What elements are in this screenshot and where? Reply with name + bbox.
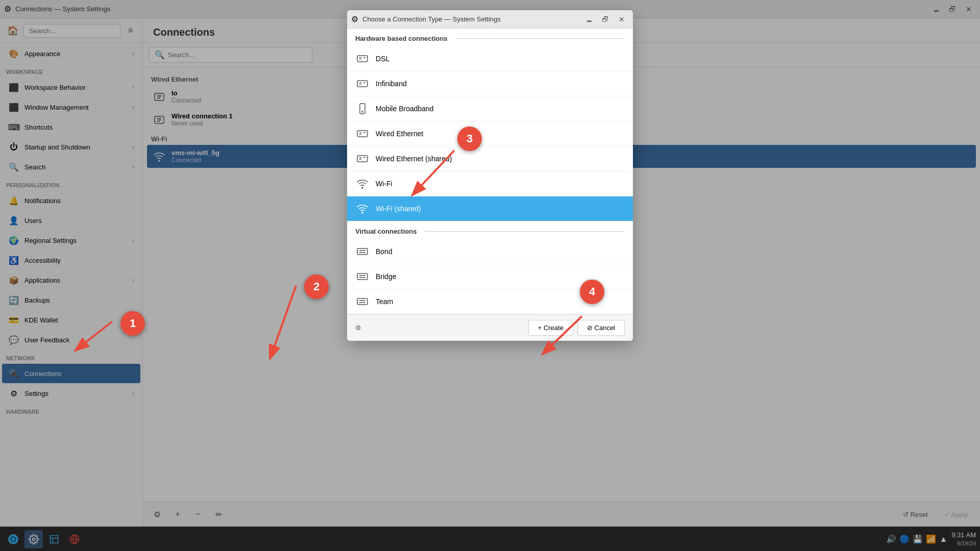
bond-label: Bond [376, 247, 393, 256]
svg-rect-35 [357, 298, 368, 305]
wired-shared-icon [355, 152, 370, 166]
team-label: Team [376, 297, 393, 306]
svg-rect-29 [357, 248, 368, 255]
bridge-icon [355, 269, 370, 284]
wired-shared-label: Wired Ethernet (shared) [376, 155, 452, 163]
bridge-label: Bridge [376, 272, 396, 281]
wifi-icon [355, 177, 370, 191]
connection-type-dialog: ⚙ Choose a Connection Type — System Sett… [347, 10, 633, 341]
svg-rect-32 [357, 273, 368, 280]
dialog-item-bond[interactable]: Bond [347, 239, 633, 264]
bond-icon [355, 244, 370, 259]
team-icon [355, 294, 370, 309]
infiniband-label: Infiniband [376, 80, 407, 88]
dialog-app-icon: ⚙ [351, 14, 358, 24]
dialog-item-bridge[interactable]: Bridge [347, 264, 633, 289]
svg-point-18 [362, 111, 363, 112]
wifi-shared-icon [355, 202, 370, 216]
dialog-close-button[interactable]: ✕ [615, 12, 629, 27]
dialog-overlay: ⚙ Choose a Connection Type — System Sett… [0, 0, 980, 551]
dialog-footer-left: ⚙ [355, 324, 361, 332]
infiniband-icon [355, 77, 370, 91]
dialog-footer: ⚙ + Create ⊘ Cancel [347, 314, 633, 341]
svg-point-27 [362, 187, 363, 188]
svg-rect-23 [357, 156, 368, 162]
mobile-icon [355, 102, 370, 116]
dialog-settings-icon: ⚙ [355, 324, 361, 332]
dsl-icon [355, 52, 370, 66]
dialog-item-wired[interactable]: Wired Ethernet [347, 121, 633, 146]
svg-rect-19 [357, 131, 368, 137]
mobile-label: Mobile Broadband [376, 105, 434, 113]
dialog-item-wifi-shared[interactable]: Wi-Fi (shared) [347, 196, 633, 221]
dsl-label: DSL [376, 55, 389, 63]
dialog-title: Choose a Connection Type — System Settin… [362, 15, 501, 23]
dialog-content: Hardware based connections DSL [347, 29, 633, 314]
dialog-maximize-button[interactable]: 🗗 [598, 12, 612, 27]
dialog-item-dsl[interactable]: DSL [347, 46, 633, 71]
wired-label: Wired Ethernet [376, 130, 423, 138]
dialog-item-team[interactable]: Team [347, 289, 633, 314]
dialog-item-mobile[interactable]: Mobile Broadband [347, 96, 633, 121]
hardware-connections-label: Hardware based connections [347, 29, 633, 46]
dialog-titlebar: ⚙ Choose a Connection Type — System Sett… [347, 10, 633, 29]
virtual-connections-label: Virtual connections [347, 221, 633, 239]
svg-rect-9 [357, 56, 368, 62]
dialog-item-wifi[interactable]: Wi-Fi [347, 171, 633, 196]
dialog-title-left: ⚙ Choose a Connection Type — System Sett… [351, 14, 501, 24]
dialog-title-controls: 🗕 🗗 ✕ [582, 12, 629, 27]
cancel-button[interactable]: ⊘ Cancel [577, 320, 625, 336]
create-button[interactable]: + Create [528, 320, 573, 336]
wifi-label: Wi-Fi [376, 180, 393, 188]
dialog-item-infiniband[interactable]: Infiniband [347, 71, 633, 96]
wifi-shared-label: Wi-Fi (shared) [376, 205, 421, 213]
svg-rect-13 [357, 81, 368, 87]
wired-ethernet-icon [355, 127, 370, 141]
dialog-minimize-button[interactable]: 🗕 [582, 12, 596, 27]
dialog-item-wired-shared[interactable]: Wired Ethernet (shared) [347, 146, 633, 171]
svg-point-28 [362, 212, 363, 213]
